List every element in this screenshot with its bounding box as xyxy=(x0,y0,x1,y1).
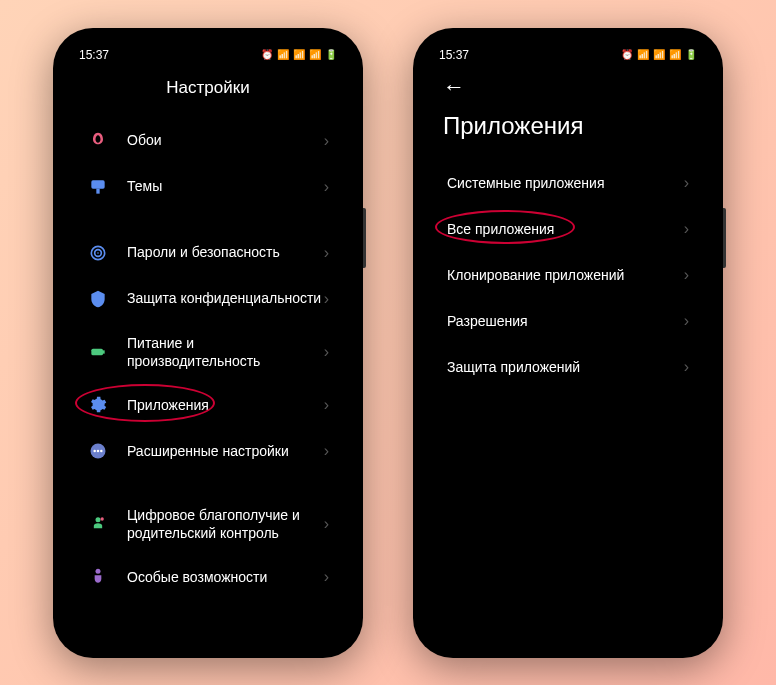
chevron-right-icon: › xyxy=(324,515,329,533)
svg-point-10 xyxy=(100,450,103,453)
chevron-right-icon: › xyxy=(324,290,329,308)
chevron-right-icon: › xyxy=(684,266,689,284)
svg-point-12 xyxy=(101,517,104,520)
menu-item-accessibility[interactable]: Особые возможности › xyxy=(67,554,349,600)
status-bar: 15:37 ⏰ 📶 📶 📶 🔋 xyxy=(63,40,353,66)
svg-point-9 xyxy=(97,450,100,453)
menu-label: Цифровое благополучие и родительский кон… xyxy=(127,506,324,542)
chevron-right-icon: › xyxy=(324,568,329,586)
wifi-icon: 📶 xyxy=(669,49,681,60)
menu-label: Системные приложения xyxy=(447,174,684,192)
menu-item-privacy[interactable]: Защита конфиденциальности › xyxy=(67,276,349,322)
menu-label: Разрешения xyxy=(447,312,684,330)
settings-menu: Обои › Темы › Пароли и безопасность › xyxy=(63,118,353,601)
back-arrow-icon[interactable]: ← xyxy=(443,74,465,100)
screen-apps: 15:37 ⏰ 📶 📶 📶 🔋 ← Приложения Системные п… xyxy=(423,40,713,646)
menu-label: Все приложения xyxy=(447,220,684,238)
alarm-icon: ⏰ xyxy=(621,49,633,60)
wallpaper-icon xyxy=(87,130,109,152)
status-time: 15:37 xyxy=(439,48,469,62)
menu-label: Питание и производительность xyxy=(127,334,324,370)
menu-label: Расширенные настройки xyxy=(127,442,324,460)
chevron-right-icon: › xyxy=(684,312,689,330)
signal-icon-2: 📶 xyxy=(293,49,305,60)
menu-label: Обои xyxy=(127,131,324,149)
status-time: 15:37 xyxy=(79,48,109,62)
menu-label: Защита приложений xyxy=(447,358,684,376)
svg-rect-6 xyxy=(103,350,105,353)
menu-label: Защита конфиденциальности xyxy=(127,289,324,307)
battery-icon: 🔋 xyxy=(325,49,337,60)
status-icons: ⏰ 📶 📶 📶 🔋 xyxy=(261,49,337,60)
fingerprint-icon xyxy=(87,242,109,264)
menu-label: Приложения xyxy=(127,396,324,414)
menu-label: Клонирование приложений xyxy=(447,266,684,284)
status-bar: 15:37 ⏰ 📶 📶 📶 🔋 xyxy=(423,40,713,66)
menu-label: Темы xyxy=(127,177,324,195)
chevron-right-icon: › xyxy=(324,396,329,414)
section-gap xyxy=(67,474,349,494)
svg-point-4 xyxy=(97,252,99,254)
menu-label: Пароли и безопасность xyxy=(127,243,324,261)
header: ← Приложения xyxy=(423,66,713,160)
menu-item-permissions[interactable]: Разрешения › xyxy=(427,298,709,344)
gear-icon xyxy=(87,394,109,416)
shield-icon xyxy=(87,288,109,310)
page-title: Настройки xyxy=(63,66,353,118)
chevron-right-icon: › xyxy=(324,442,329,460)
svg-point-13 xyxy=(96,569,101,574)
accessibility-icon xyxy=(87,566,109,588)
chevron-right-icon: › xyxy=(324,178,329,196)
svg-point-11 xyxy=(96,517,101,522)
menu-item-app-lock[interactable]: Защита приложений › xyxy=(427,344,709,390)
svg-point-8 xyxy=(93,450,96,453)
menu-item-themes[interactable]: Темы › xyxy=(67,164,349,210)
signal-icon: 📶 xyxy=(277,49,289,60)
menu-item-wallpaper[interactable]: Обои › xyxy=(67,118,349,164)
page-title: Приложения xyxy=(443,112,583,140)
chevron-right-icon: › xyxy=(684,358,689,376)
chevron-right-icon: › xyxy=(324,244,329,262)
wifi-icon: 📶 xyxy=(309,49,321,60)
svg-rect-0 xyxy=(91,180,104,188)
menu-item-system-apps[interactable]: Системные приложения › xyxy=(427,160,709,206)
menu-item-passwords-security[interactable]: Пароли и безопасность › xyxy=(67,230,349,276)
menu-label: Особые возможности xyxy=(127,568,324,586)
chevron-right-icon: › xyxy=(684,220,689,238)
menu-item-all-apps[interactable]: Все приложения › xyxy=(427,206,709,252)
battery-icon: 🔋 xyxy=(685,49,697,60)
section-gap xyxy=(67,210,349,230)
status-icons: ⏰ 📶 📶 📶 🔋 xyxy=(621,49,697,60)
phone-settings: 15:37 ⏰ 📶 📶 📶 🔋 Настройки Обои › xyxy=(53,28,363,658)
chevron-right-icon: › xyxy=(324,343,329,361)
apps-menu: Системные приложения › Все приложения › … xyxy=(423,160,713,391)
menu-item-battery[interactable]: Питание и производительность › xyxy=(67,322,349,382)
screen-settings: 15:37 ⏰ 📶 📶 📶 🔋 Настройки Обои › xyxy=(63,40,353,646)
svg-rect-5 xyxy=(91,348,103,355)
signal-icon-2: 📶 xyxy=(653,49,665,60)
alarm-icon: ⏰ xyxy=(261,49,273,60)
svg-rect-1 xyxy=(96,188,99,193)
chevron-right-icon: › xyxy=(324,132,329,150)
phone-apps: 15:37 ⏰ 📶 📶 📶 🔋 ← Приложения Системные п… xyxy=(413,28,723,658)
menu-item-clone-apps[interactable]: Клонирование приложений › xyxy=(427,252,709,298)
wellbeing-icon xyxy=(87,513,109,535)
battery-icon xyxy=(87,341,109,363)
menu-item-apps[interactable]: Приложения › xyxy=(67,382,349,428)
theme-icon xyxy=(87,176,109,198)
signal-icon: 📶 xyxy=(637,49,649,60)
dots-icon xyxy=(87,440,109,462)
chevron-right-icon: › xyxy=(684,174,689,192)
menu-item-additional[interactable]: Расширенные настройки › xyxy=(67,428,349,474)
menu-item-wellbeing[interactable]: Цифровое благополучие и родительский кон… xyxy=(67,494,349,554)
